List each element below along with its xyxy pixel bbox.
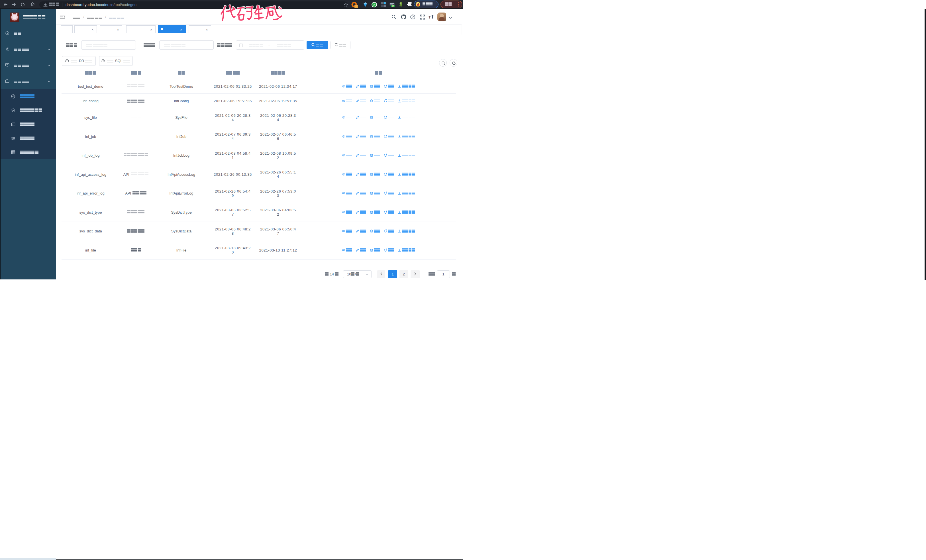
svg-text:on: on bbox=[392, 5, 394, 7]
